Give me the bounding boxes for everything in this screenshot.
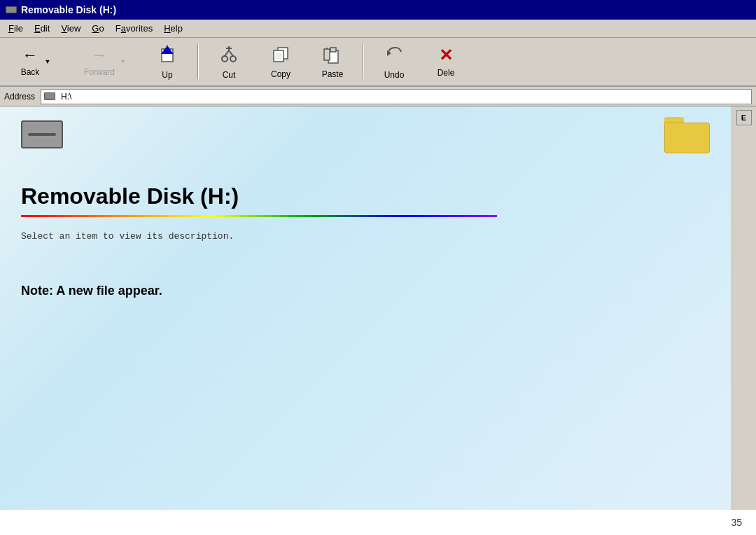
delete-label: Dele [438, 68, 455, 78]
address-disk-icon [44, 92, 55, 100]
window-icon [6, 6, 17, 13]
main-content: Removable Disk (H:) Select an item to vi… [0, 106, 756, 510]
menu-favorites[interactable]: Favorites [110, 22, 158, 35]
toolbar-separator-2 [363, 44, 364, 79]
undo-icon [384, 43, 404, 67]
menu-bar: File Edit View Go Favorites Help [0, 20, 756, 38]
description-text: Select an item to view its description. [21, 231, 710, 242]
menu-go[interactable]: Go [86, 22, 109, 35]
color-line [21, 215, 497, 217]
page-number: 35 [731, 517, 742, 528]
window-title: Removable Disk (H:) [21, 4, 116, 15]
e-button[interactable]: E [736, 110, 752, 125]
footer: 35 [731, 517, 742, 528]
address-input[interactable]: H:\ [41, 89, 752, 104]
paste-icon [323, 45, 342, 67]
back-button[interactable]: ← Back ▼ [4, 41, 67, 82]
svg-line-5 [225, 50, 229, 56]
forward-label: Forward [84, 67, 115, 77]
svg-line-6 [229, 50, 233, 56]
disk-title: Removable Disk (H:) [21, 183, 710, 209]
paste-label: Paste [322, 69, 344, 79]
left-panel: Removable Disk (H:) Select an item to vi… [0, 106, 732, 510]
menu-help[interactable]: Help [158, 22, 188, 35]
address-bar: Address H:\ [0, 87, 756, 106]
forward-dropdown-icon[interactable]: ▼ [120, 58, 126, 65]
drive-icon-container [21, 120, 63, 148]
drive-icon [21, 120, 63, 148]
cut-label: Cut [223, 70, 236, 80]
back-label: Back [21, 67, 40, 77]
svg-rect-17 [324, 49, 330, 60]
folder-icon-container [664, 117, 710, 153]
delete-icon: ✕ [439, 46, 453, 65]
folder-body [664, 123, 710, 153]
title-bar: Removable Disk (H:) [0, 0, 756, 20]
back-icon: ← [22, 46, 38, 64]
svg-point-4 [230, 56, 236, 62]
svg-point-3 [222, 56, 227, 62]
address-value: H:\ [61, 92, 71, 102]
copy-button[interactable]: Copy [256, 41, 305, 82]
up-icon [158, 43, 177, 67]
undo-button[interactable]: Undo [370, 41, 419, 82]
right-panel: E [732, 106, 756, 510]
menu-edit[interactable]: Edit [29, 22, 55, 35]
toolbar-separator-1 [197, 44, 199, 79]
address-label: Address [4, 92, 35, 102]
menu-view[interactable]: View [55, 22, 86, 35]
delete-button[interactable]: ✕ Dele [421, 41, 470, 82]
copy-label: Copy [271, 69, 290, 79]
svg-rect-15 [330, 48, 336, 52]
forward-button[interactable]: → Forward ▼ [70, 41, 140, 82]
cut-icon [219, 43, 239, 67]
copy-icon [271, 45, 290, 67]
folder-icon [664, 117, 710, 153]
up-label: Up [162, 70, 172, 80]
menu-file[interactable]: File [3, 22, 29, 35]
up-button[interactable]: Up [143, 41, 192, 82]
forward-icon: → [92, 46, 107, 64]
undo-label: Undo [384, 70, 405, 80]
back-dropdown-icon[interactable]: ▼ [44, 58, 50, 65]
cut-button[interactable]: Cut [204, 41, 253, 82]
paste-button[interactable]: Paste [308, 41, 357, 82]
toolbar: ← Back ▼ → Forward ▼ Up [0, 38, 756, 87]
note-text: Note: A new file appear. [21, 284, 710, 298]
